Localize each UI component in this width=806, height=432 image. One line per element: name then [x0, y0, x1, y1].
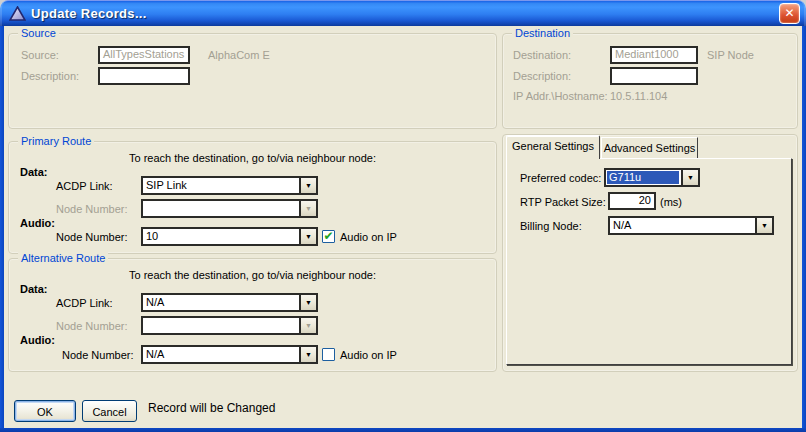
- update-records-dialog: Update Records... ✕ Source Source: AllTy…: [0, 0, 806, 432]
- cancel-button[interactable]: Cancel: [82, 400, 137, 422]
- rtp-packet-size-label: RTP Packet Size:: [520, 196, 606, 209]
- rtp-packet-size-input[interactable]: 20: [608, 192, 656, 210]
- node-type-label: SIP Node: [707, 49, 754, 62]
- destination-label: Destination:: [513, 49, 571, 62]
- billing-node-select[interactable]: N/A ▼: [608, 216, 774, 235]
- rtp-unit-label: (ms): [660, 196, 682, 209]
- dropdown-button[interactable]: ▼: [755, 218, 772, 233]
- primary-audio-on-ip-checkbox[interactable]: ✔: [322, 230, 335, 243]
- primary-audio-node-label: Node Number:: [56, 231, 128, 244]
- primary-node-number-select: ▼: [141, 199, 318, 218]
- destination-description-input[interactable]: [610, 67, 698, 85]
- source-label: Source:: [21, 49, 59, 62]
- status-text: Record will be Changed: [148, 402, 275, 415]
- dropdown-button[interactable]: ▼: [299, 295, 316, 310]
- primary-node-number-label: Node Number:: [56, 203, 128, 216]
- alternative-node-number-select: ▼: [141, 316, 318, 335]
- dropdown-button[interactable]: ▼: [299, 347, 316, 362]
- source-description-label: Description:: [21, 70, 79, 83]
- window-title: Update Records...: [31, 6, 147, 21]
- destination-legend: Destination: [512, 27, 573, 39]
- chevron-down-icon: ▼: [761, 222, 768, 229]
- titlebar: Update Records... ✕: [0, 0, 806, 26]
- dropdown-button[interactable]: ▼: [299, 178, 316, 193]
- source-input[interactable]: AllTypesStations: [98, 46, 190, 64]
- chevron-down-icon: ▼: [305, 299, 312, 306]
- preferred-codec-label: Preferred codec:: [520, 172, 601, 185]
- alternative-audio-on-ip-checkbox[interactable]: [322, 348, 335, 361]
- primary-audio-node-select[interactable]: 10 ▼: [141, 227, 318, 246]
- primary-route-instruction: To reach the destination, go to/via neig…: [8, 152, 497, 165]
- system-type-label: AlphaCom E: [208, 49, 270, 62]
- alternative-acdp-link-label: ACDP Link:: [56, 297, 113, 310]
- tab-general-settings[interactable]: General Settings: [506, 135, 600, 159]
- alternative-route-instruction: To reach the destination, go to/via neig…: [8, 269, 497, 282]
- ip-hostname-label: IP Addr.\Hostname:: [513, 90, 608, 103]
- window-border-bottom: [0, 428, 806, 432]
- primary-data-section-label: Data:: [20, 166, 48, 179]
- ok-button[interactable]: OK: [14, 400, 76, 422]
- ip-hostname-value: 10.5.11.104: [610, 90, 667, 103]
- alternative-audio-on-ip-label: Audio on IP: [340, 349, 397, 362]
- window-border-left: [0, 26, 4, 432]
- alternative-data-section-label: Data:: [20, 283, 48, 296]
- source-group: Source: [8, 33, 497, 129]
- chevron-down-icon: ▼: [305, 205, 312, 212]
- primary-route-legend: Primary Route: [18, 135, 94, 147]
- general-settings-panel: [506, 158, 792, 365]
- close-button[interactable]: ✕: [779, 3, 800, 24]
- app-icon: [9, 6, 26, 21]
- alternative-audio-node-select[interactable]: N/A ▼: [141, 345, 318, 364]
- preferred-codec-select[interactable]: G711u ▼: [604, 168, 700, 187]
- primary-acdp-link-select[interactable]: SIP Link ▼: [141, 176, 318, 195]
- alternative-route-legend: Alternative Route: [18, 252, 108, 264]
- destination-input[interactable]: Mediant1000: [610, 46, 698, 64]
- alternative-acdp-link-select[interactable]: N/A ▼: [141, 293, 318, 312]
- close-icon: ✕: [784, 6, 794, 20]
- source-description-input[interactable]: [98, 67, 190, 85]
- window-border-right: [802, 26, 806, 432]
- alternative-audio-section-label: Audio:: [20, 334, 55, 347]
- dropdown-button[interactable]: ▼: [681, 170, 698, 185]
- chevron-down-icon: ▼: [305, 233, 312, 240]
- dropdown-button[interactable]: ▼: [299, 229, 316, 244]
- chevron-down-icon: ▼: [305, 322, 312, 329]
- billing-node-label: Billing Node:: [520, 220, 582, 233]
- check-icon: ✔: [323, 231, 333, 241]
- primary-acdp-link-label: ACDP Link:: [56, 180, 113, 193]
- chevron-down-icon: ▼: [305, 182, 312, 189]
- primary-audio-section-label: Audio:: [20, 217, 55, 230]
- destination-description-label: Description:: [513, 70, 571, 83]
- alternative-node-number-label: Node Number:: [56, 320, 128, 333]
- tab-advanced-settings[interactable]: Advanced Settings: [601, 137, 698, 158]
- dropdown-button: ▼: [299, 201, 316, 216]
- source-legend: Source: [18, 27, 59, 39]
- dropdown-button: ▼: [299, 318, 316, 333]
- chevron-down-icon: ▼: [305, 351, 312, 358]
- primary-audio-on-ip-label: Audio on IP: [340, 231, 397, 244]
- chevron-down-icon: ▼: [687, 174, 694, 181]
- alternative-audio-node-label: Node Number:: [62, 349, 134, 362]
